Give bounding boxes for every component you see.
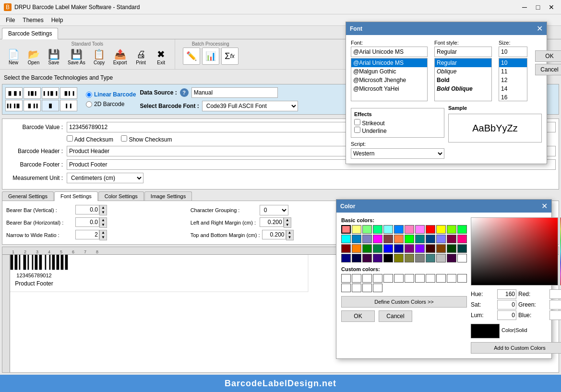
color-swatch-29[interactable] xyxy=(394,244,404,253)
custom-swatch-1[interactable] xyxy=(352,274,361,283)
narrow-wide-input[interactable] xyxy=(75,230,99,239)
color-swatch-1[interactable] xyxy=(352,225,361,234)
color-swatch-28[interactable] xyxy=(383,244,393,253)
narrow-wide-up[interactable]: ▲ xyxy=(100,230,107,235)
color-swatch-42[interactable] xyxy=(405,254,414,262)
tab-barcode-settings[interactable]: Barcode Settings xyxy=(2,28,58,39)
color-swatch-7[interactable] xyxy=(415,225,425,234)
tab-color-settings[interactable]: Color Settings xyxy=(98,191,144,201)
color-swatch-39[interactable] xyxy=(373,254,382,262)
show-checksum-label[interactable]: Show Checksum xyxy=(121,135,172,143)
size-10[interactable]: 10 xyxy=(499,59,527,67)
left-right-margin-input[interactable] xyxy=(260,217,284,227)
color-swatch-41[interactable] xyxy=(394,254,404,262)
barcode-icon-8[interactable]: ▌▐ xyxy=(60,100,77,111)
color-swatch-38[interactable] xyxy=(362,254,372,262)
color-swatch-31[interactable] xyxy=(415,244,425,253)
data-source-help-button[interactable]: ? xyxy=(180,88,189,97)
color-swatch-35[interactable] xyxy=(457,244,467,253)
color-swatch-20[interactable] xyxy=(426,235,435,243)
save-as-button[interactable]: 💾 Save As xyxy=(64,48,89,67)
sat-input[interactable] xyxy=(497,300,516,309)
export-button[interactable]: 📤 Export xyxy=(110,48,131,67)
custom-swatch-14[interactable] xyxy=(362,284,372,292)
add-checksum-checkbox[interactable] xyxy=(67,135,73,142)
custom-swatch-11[interactable] xyxy=(457,274,467,283)
blue-input[interactable] xyxy=(549,310,561,320)
style-regular[interactable]: Regular xyxy=(435,59,491,67)
color-swatch-16[interactable] xyxy=(383,235,393,243)
strikeout-label[interactable]: Strikeout xyxy=(354,120,385,127)
top-bottom-margin-input[interactable] xyxy=(262,230,286,239)
color-swatch-18[interactable] xyxy=(405,235,414,243)
barcode-font-select[interactable]: Code39 Full ASCII Font xyxy=(202,101,298,111)
color-swatch-3[interactable] xyxy=(373,225,382,234)
add-custom-colors-button[interactable]: Add to Custom Colors xyxy=(471,342,561,354)
barcode-icon-2[interactable]: ▐▐▌▌ xyxy=(24,87,41,99)
twod-barcode-radio[interactable]: 2D Barcode xyxy=(86,101,136,107)
color-swatch-5[interactable] xyxy=(394,225,404,234)
font-ok-button[interactable]: OK xyxy=(535,50,561,62)
color-swatch-8[interactable] xyxy=(426,225,435,234)
color-swatch-26[interactable] xyxy=(362,244,372,253)
linear-barcode-radio[interactable]: Linear Barcode xyxy=(86,91,136,98)
color-swatch-23[interactable] xyxy=(457,235,467,243)
color-swatch-2[interactable] xyxy=(362,225,372,234)
font-name-input[interactable] xyxy=(351,47,428,57)
font-size-list[interactable]: 10 11 12 14 16 18 20 xyxy=(499,58,527,101)
menu-file[interactable]: File xyxy=(2,16,19,24)
custom-swatch-15[interactable] xyxy=(373,284,382,292)
custom-swatch-10[interactable] xyxy=(447,274,456,283)
copy-button[interactable]: 📋 Copy xyxy=(90,48,109,67)
font-list-item-arial[interactable]: @Arial Unicode MS xyxy=(351,59,427,67)
tab-font-settings[interactable]: Font Settings xyxy=(54,191,98,201)
menu-help[interactable]: Help xyxy=(48,16,67,24)
color-swatch-25[interactable] xyxy=(352,244,361,253)
color-swatch-34[interactable] xyxy=(447,244,456,253)
maximize-button[interactable]: □ xyxy=(532,2,544,12)
custom-swatch-9[interactable] xyxy=(436,274,446,283)
batch-edit-button[interactable]: ✏️ xyxy=(183,48,200,65)
red-input[interactable] xyxy=(549,289,561,299)
color-swatch-17[interactable] xyxy=(394,235,404,243)
open-button[interactable]: 📂 Open xyxy=(24,48,43,67)
char-grouping-select[interactable]: 0 xyxy=(260,205,288,215)
color-dialog-close[interactable]: ✕ xyxy=(541,202,548,211)
color-swatch-44[interactable] xyxy=(426,254,435,262)
bearer-bar-v-down[interactable]: ▼ xyxy=(100,210,107,215)
bearer-bar-h-up[interactable]: ▲ xyxy=(100,218,107,223)
script-select[interactable]: Western xyxy=(351,148,444,159)
font-cancel-button[interactable]: Cancel xyxy=(535,64,561,75)
underline-label[interactable]: Underline xyxy=(354,128,387,134)
color-swatch-46[interactable] xyxy=(447,254,456,262)
custom-swatch-5[interactable] xyxy=(394,274,404,283)
color-cancel-button[interactable]: Cancel xyxy=(379,310,412,322)
custom-swatch-4[interactable] xyxy=(383,274,393,283)
color-swatch-40[interactable] xyxy=(383,254,393,262)
font-dialog-close[interactable]: ✕ xyxy=(537,24,543,33)
color-swatch-33[interactable] xyxy=(436,244,446,253)
bearer-bar-v-input[interactable]: 0.0 xyxy=(75,205,99,214)
lum-input[interactable] xyxy=(497,310,516,320)
save-button[interactable]: 💾 Save xyxy=(44,48,63,67)
color-swatch-37[interactable] xyxy=(352,254,361,262)
font-list-item-jheng[interactable]: @Microsoft Jhenghe xyxy=(351,76,427,84)
custom-swatch-2[interactable] xyxy=(362,274,372,283)
color-swatch-45[interactable] xyxy=(436,254,446,262)
hue-input[interactable] xyxy=(497,289,516,299)
bearer-bar-h-input[interactable] xyxy=(75,217,99,227)
color-swatch-6[interactable] xyxy=(405,225,414,234)
color-swatch-36[interactable] xyxy=(341,254,351,262)
show-checksum-checkbox[interactable] xyxy=(121,135,127,142)
custom-swatch-3[interactable] xyxy=(373,274,382,283)
underline-checkbox[interactable] xyxy=(354,127,360,133)
tab-image-settings[interactable]: Image Settings xyxy=(144,191,192,201)
size-14[interactable]: 14 xyxy=(499,84,527,93)
color-swatch-21[interactable] xyxy=(436,235,446,243)
custom-swatch-13[interactable] xyxy=(352,284,361,292)
exit-button[interactable]: ✖ Exit xyxy=(152,48,171,67)
color-gradient-canvas[interactable] xyxy=(471,217,558,285)
tab-general-settings[interactable]: General Settings xyxy=(2,191,54,201)
color-swatch-24[interactable] xyxy=(341,244,351,253)
color-swatch-13[interactable] xyxy=(352,235,361,243)
